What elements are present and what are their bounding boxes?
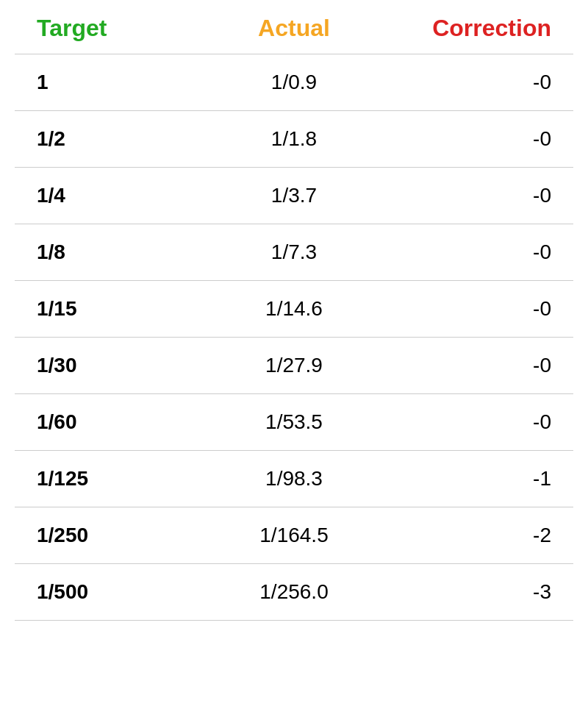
cell-target: 1/15 [37,297,208,321]
cell-actual: 1/98.3 [208,467,379,491]
cell-actual: 1/7.3 [208,240,379,264]
table-row: 1/5001/256.0-3 [15,564,573,621]
cell-target: 1/125 [37,467,208,491]
cell-actual: 1/14.6 [208,297,379,321]
cell-correction: -1 [380,467,551,491]
cell-target: 1/8 [37,240,208,264]
cell-target: 1/250 [37,524,208,547]
cell-correction: -2 [380,524,551,547]
shutter-speed-table: Target Actual Correction 11/0.9-01/21/1.… [0,0,588,621]
table-row: 1/601/53.5-0 [15,394,573,451]
cell-correction: -0 [380,184,551,207]
cell-correction: -3 [380,580,551,604]
table-row: 1/81/7.3-0 [15,224,573,281]
table-row: 1/301/27.9-0 [15,338,573,394]
cell-correction: -0 [380,354,551,377]
table-row: 1/2501/164.5-2 [15,507,573,564]
header-target: Target [37,15,208,42]
header-actual: Actual [208,15,379,42]
cell-correction: -0 [380,240,551,264]
cell-target: 1/30 [37,354,208,377]
cell-actual: 1/164.5 [208,524,379,547]
table-row: 1/41/3.7-0 [15,168,573,224]
cell-correction: -0 [380,71,551,94]
table-row: 1/1251/98.3-1 [15,451,573,507]
cell-actual: 1/256.0 [208,580,379,604]
cell-target: 1/60 [37,410,208,434]
cell-target: 1/500 [37,580,208,604]
cell-target: 1/2 [37,127,208,151]
cell-target: 1/4 [37,184,208,207]
cell-actual: 1/53.5 [208,410,379,434]
table-row: 1/21/1.8-0 [15,111,573,168]
cell-target: 1 [37,71,208,94]
table-row: 1/151/14.6-0 [15,281,573,338]
header-correction: Correction [380,15,551,42]
table-header: Target Actual Correction [15,0,573,54]
table-body: 11/0.9-01/21/1.8-01/41/3.7-01/81/7.3-01/… [15,54,573,621]
cell-actual: 1/1.8 [208,127,379,151]
cell-correction: -0 [380,127,551,151]
cell-actual: 1/3.7 [208,184,379,207]
cell-correction: -0 [380,297,551,321]
cell-actual: 1/27.9 [208,354,379,377]
table-row: 11/0.9-0 [15,54,573,111]
cell-correction: -0 [380,410,551,434]
cell-actual: 1/0.9 [208,71,379,94]
